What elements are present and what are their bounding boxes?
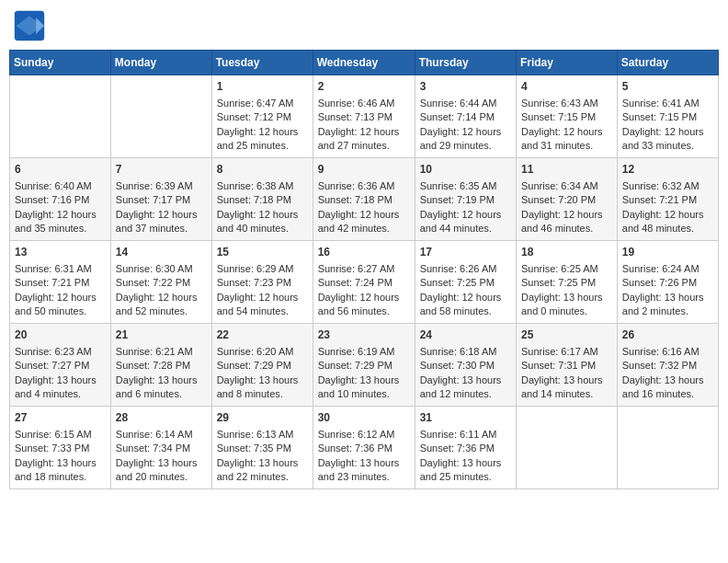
day-info: Sunrise: 6:34 AM Sunset: 7:20 PM Dayligh…: [521, 179, 612, 236]
day-number: 19: [622, 245, 713, 260]
calendar-cell: 5Sunrise: 6:41 AM Sunset: 7:15 PM Daylig…: [617, 75, 718, 158]
calendar-cell: 14Sunrise: 6:30 AM Sunset: 7:22 PM Dayli…: [110, 241, 211, 324]
calendar-cell: 18Sunrise: 6:25 AM Sunset: 7:25 PM Dayli…: [516, 241, 617, 324]
day-info: Sunrise: 6:29 AM Sunset: 7:23 PM Dayligh…: [217, 262, 308, 319]
day-number: 4: [521, 79, 612, 95]
calendar-cell: 2Sunrise: 6:46 AM Sunset: 7:13 PM Daylig…: [313, 75, 415, 158]
day-info: Sunrise: 6:13 AM Sunset: 7:35 PM Dayligh…: [217, 428, 308, 485]
day-info: Sunrise: 6:24 AM Sunset: 7:26 PM Dayligh…: [622, 262, 713, 319]
calendar-week-row: 6Sunrise: 6:40 AM Sunset: 7:16 PM Daylig…: [10, 158, 719, 241]
calendar-cell: 29Sunrise: 6:13 AM Sunset: 7:35 PM Dayli…: [211, 407, 313, 489]
day-number: 18: [521, 245, 612, 260]
day-info: Sunrise: 6:18 AM Sunset: 7:30 PM Dayligh…: [420, 345, 511, 402]
calendar-cell: 4Sunrise: 6:43 AM Sunset: 7:15 PM Daylig…: [516, 75, 617, 158]
calendar-cell: 3Sunrise: 6:44 AM Sunset: 7:14 PM Daylig…: [415, 75, 516, 158]
day-number: 7: [116, 162, 207, 178]
calendar-cell: 16Sunrise: 6:27 AM Sunset: 7:24 PM Dayli…: [313, 241, 415, 324]
day-number: 24: [420, 327, 511, 343]
calendar-cell: 20Sunrise: 6:23 AM Sunset: 7:27 PM Dayli…: [10, 324, 111, 407]
day-info: Sunrise: 6:31 AM Sunset: 7:21 PM Dayligh…: [15, 262, 106, 319]
day-number: 26: [622, 327, 713, 343]
logo-icon: [13, 9, 46, 42]
calendar-cell: 23Sunrise: 6:19 AM Sunset: 7:29 PM Dayli…: [313, 324, 415, 407]
day-number: 28: [116, 410, 207, 426]
day-info: Sunrise: 6:17 AM Sunset: 7:31 PM Dayligh…: [521, 345, 612, 402]
day-info: Sunrise: 6:27 AM Sunset: 7:24 PM Dayligh…: [318, 262, 410, 319]
calendar-cell: 13Sunrise: 6:31 AM Sunset: 7:21 PM Dayli…: [10, 241, 111, 324]
calendar-week-row: 27Sunrise: 6:15 AM Sunset: 7:33 PM Dayli…: [10, 407, 719, 489]
day-info: Sunrise: 6:43 AM Sunset: 7:15 PM Dayligh…: [521, 97, 612, 154]
day-info: Sunrise: 6:25 AM Sunset: 7:25 PM Dayligh…: [521, 262, 612, 319]
header-wednesday: Wednesday: [313, 51, 415, 75]
day-info: Sunrise: 6:40 AM Sunset: 7:16 PM Dayligh…: [15, 179, 106, 236]
day-number: 29: [217, 410, 308, 426]
calendar-cell: 22Sunrise: 6:20 AM Sunset: 7:29 PM Dayli…: [211, 324, 313, 407]
day-info: Sunrise: 6:19 AM Sunset: 7:29 PM Dayligh…: [318, 345, 410, 402]
day-info: Sunrise: 6:21 AM Sunset: 7:28 PM Dayligh…: [116, 345, 207, 402]
calendar-table: SundayMondayTuesdayWednesdayThursdayFrid…: [9, 50, 719, 489]
day-number: 16: [318, 245, 410, 260]
day-info: Sunrise: 6:46 AM Sunset: 7:13 PM Dayligh…: [318, 97, 410, 154]
calendar-cell: [110, 75, 211, 158]
calendar-cell: 11Sunrise: 6:34 AM Sunset: 7:20 PM Dayli…: [516, 158, 617, 241]
calendar-cell: [516, 407, 617, 489]
day-number: 9: [318, 162, 410, 178]
day-info: Sunrise: 6:38 AM Sunset: 7:18 PM Dayligh…: [217, 179, 308, 236]
page-header: [9, 9, 719, 42]
day-number: 3: [420, 79, 511, 95]
calendar-cell: 8Sunrise: 6:38 AM Sunset: 7:18 PM Daylig…: [211, 158, 313, 241]
day-number: 20: [15, 327, 106, 343]
day-info: Sunrise: 6:23 AM Sunset: 7:27 PM Dayligh…: [15, 345, 106, 402]
calendar-cell: 10Sunrise: 6:35 AM Sunset: 7:19 PM Dayli…: [415, 158, 516, 241]
day-number: 27: [15, 410, 106, 426]
day-info: Sunrise: 6:26 AM Sunset: 7:25 PM Dayligh…: [420, 262, 511, 319]
day-number: 23: [318, 327, 410, 343]
header-thursday: Thursday: [415, 51, 516, 75]
day-number: 2: [318, 79, 410, 95]
calendar-cell: 31Sunrise: 6:11 AM Sunset: 7:36 PM Dayli…: [415, 407, 516, 489]
calendar-cell: 17Sunrise: 6:26 AM Sunset: 7:25 PM Dayli…: [415, 241, 516, 324]
day-info: Sunrise: 6:35 AM Sunset: 7:19 PM Dayligh…: [420, 179, 511, 236]
header-monday: Monday: [110, 51, 211, 75]
day-info: Sunrise: 6:47 AM Sunset: 7:12 PM Dayligh…: [217, 97, 308, 154]
header-tuesday: Tuesday: [211, 51, 313, 75]
calendar-cell: 26Sunrise: 6:16 AM Sunset: 7:32 PM Dayli…: [617, 324, 718, 407]
calendar-cell: 6Sunrise: 6:40 AM Sunset: 7:16 PM Daylig…: [10, 158, 111, 241]
day-number: 21: [116, 327, 207, 343]
calendar-cell: [617, 407, 718, 489]
logo: [13, 9, 50, 42]
calendar-cell: 21Sunrise: 6:21 AM Sunset: 7:28 PM Dayli…: [110, 324, 211, 407]
calendar-cell: 24Sunrise: 6:18 AM Sunset: 7:30 PM Dayli…: [415, 324, 516, 407]
day-info: Sunrise: 6:36 AM Sunset: 7:18 PM Dayligh…: [318, 179, 410, 236]
day-info: Sunrise: 6:11 AM Sunset: 7:36 PM Dayligh…: [420, 428, 511, 485]
day-number: 17: [420, 245, 511, 260]
day-number: 1: [217, 79, 308, 95]
calendar-cell: 27Sunrise: 6:15 AM Sunset: 7:33 PM Dayli…: [10, 407, 111, 489]
calendar-week-row: 20Sunrise: 6:23 AM Sunset: 7:27 PM Dayli…: [10, 324, 719, 407]
day-number: 14: [116, 245, 207, 260]
day-number: 5: [622, 79, 713, 95]
day-number: 13: [15, 245, 106, 260]
calendar-cell: 15Sunrise: 6:29 AM Sunset: 7:23 PM Dayli…: [211, 241, 313, 324]
calendar-cell: 7Sunrise: 6:39 AM Sunset: 7:17 PM Daylig…: [110, 158, 211, 241]
day-number: 31: [420, 410, 511, 426]
calendar-week-row: 13Sunrise: 6:31 AM Sunset: 7:21 PM Dayli…: [10, 241, 719, 324]
calendar-cell: 9Sunrise: 6:36 AM Sunset: 7:18 PM Daylig…: [313, 158, 415, 241]
day-info: Sunrise: 6:20 AM Sunset: 7:29 PM Dayligh…: [217, 345, 308, 402]
day-number: 10: [420, 162, 511, 178]
day-number: 11: [521, 162, 612, 178]
calendar-cell: 12Sunrise: 6:32 AM Sunset: 7:21 PM Dayli…: [617, 158, 718, 241]
day-number: 15: [217, 245, 308, 260]
day-info: Sunrise: 6:44 AM Sunset: 7:14 PM Dayligh…: [420, 97, 511, 154]
calendar-header-row: SundayMondayTuesdayWednesdayThursdayFrid…: [10, 51, 719, 75]
day-number: 25: [521, 327, 612, 343]
day-number: 12: [622, 162, 713, 178]
header-friday: Friday: [516, 51, 617, 75]
day-info: Sunrise: 6:41 AM Sunset: 7:15 PM Dayligh…: [622, 97, 713, 154]
day-info: Sunrise: 6:39 AM Sunset: 7:17 PM Dayligh…: [116, 179, 207, 236]
day-number: 8: [217, 162, 308, 178]
day-number: 6: [15, 162, 106, 178]
calendar-cell: 1Sunrise: 6:47 AM Sunset: 7:12 PM Daylig…: [211, 75, 313, 158]
day-info: Sunrise: 6:30 AM Sunset: 7:22 PM Dayligh…: [116, 262, 207, 319]
calendar-cell: 28Sunrise: 6:14 AM Sunset: 7:34 PM Dayli…: [110, 407, 211, 489]
